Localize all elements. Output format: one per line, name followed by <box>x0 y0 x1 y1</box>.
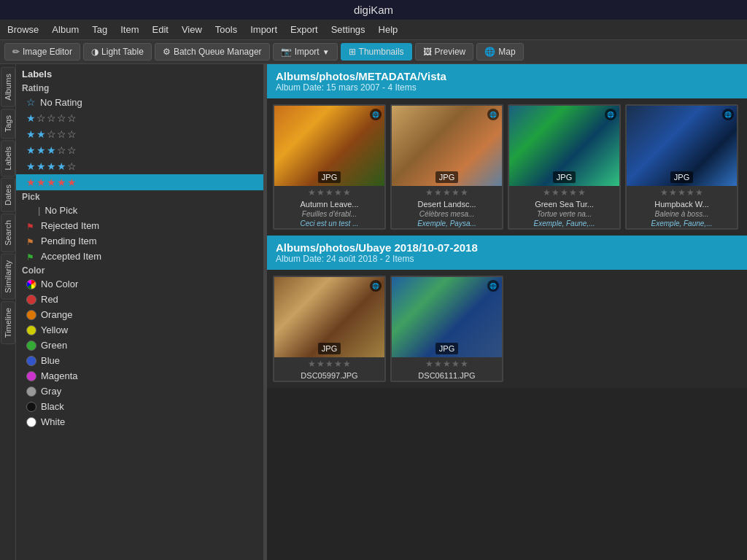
vtab-search[interactable]: Search <box>1 214 15 252</box>
import-button[interactable]: 📷 Import ▼ <box>273 43 338 61</box>
pick-item-no-pick[interactable]: | No Pick <box>16 203 263 218</box>
light-table-button[interactable]: ◑ Light Table <box>83 43 152 61</box>
thumb-image-whale: 🌐JPG <box>627 106 737 186</box>
star-icon-5: ☆ <box>67 128 77 140</box>
map-button[interactable]: 🌐 Map <box>476 43 523 61</box>
thumb-star-2: ★ <box>434 187 442 198</box>
thumb-comment-turtle: Exemple, Faune,... <box>509 219 619 228</box>
star-icon-5: ☆ <box>67 160 77 172</box>
flag-red-icon: ⚑ <box>26 222 36 230</box>
thumb-badge-autumn: 🌐 <box>370 109 382 120</box>
thumb-star-1: ★ <box>543 187 551 198</box>
album-title-ubaye: Albums/photos/Ubaye 2018/10-07-2018 <box>276 241 738 254</box>
thumb-item-whale[interactable]: 🌐JPG★★★★★Humpback W...Baleine à boss...E… <box>625 104 738 230</box>
map-icon: 🌐 <box>484 47 495 57</box>
star-icon-5: ☆ <box>67 144 77 156</box>
thumb-image-autumn: 🌐JPG <box>274 106 384 186</box>
thumb-star-4: ★ <box>452 187 460 198</box>
thumb-title-turtle: Green Sea Tur... <box>509 199 619 209</box>
thumb-item-turtle[interactable]: 🌐JPG★★★★★Green Sea Tur...Tortue verte na… <box>508 104 621 230</box>
thumb-stars-turtle: ★★★★★ <box>509 186 619 199</box>
vtab-timeline[interactable]: Timeline <box>1 301 15 344</box>
menu-item-album[interactable]: Album <box>52 24 79 35</box>
menu-item-settings[interactable]: Settings <box>331 24 365 35</box>
star-icon-4: ☆ <box>57 112 66 124</box>
main-layout: AlbumsTagsLabelsDatesSearchSimilarityTim… <box>0 64 747 560</box>
batch-queue-button[interactable]: ⚙ Batch Queue Manager <box>155 43 270 61</box>
vtab-albums[interactable]: Albums <box>1 67 15 107</box>
thumb-star-2: ★ <box>551 187 560 198</box>
pick-label-accepted: Accepted Item <box>41 251 101 262</box>
album-title-vista: Albums/photos/METADATA/Vista <box>276 70 738 82</box>
thumb-star-5: ★ <box>343 187 351 198</box>
album-header-ubaye[interactable]: Albums/photos/Ubaye 2018/10-07-2018 Albu… <box>267 236 747 270</box>
vtab-tags[interactable]: Tags <box>1 109 15 139</box>
pick-item-rejected[interactable]: ⚑Rejected Item <box>16 218 263 233</box>
star-icon-1: ★ <box>26 144 36 156</box>
pick-item-accepted[interactable]: ⚑Accepted Item <box>16 249 263 264</box>
menu-item-item[interactable]: Item <box>120 24 139 35</box>
star-icon-3: ★ <box>47 160 56 172</box>
menu-item-tools[interactable]: Tools <box>215 24 237 35</box>
menu-item-help[interactable]: Help <box>379 24 398 35</box>
rating-item-rating-4[interactable]: ★★★★☆ <box>16 158 263 174</box>
image-editor-button[interactable]: ✏ Image Editor <box>4 43 80 61</box>
color-item-yellow[interactable]: Yellow <box>16 322 263 338</box>
thumb-image-lake: 🌐JPG <box>392 277 502 357</box>
color-item-magenta[interactable]: Magenta <box>16 368 263 384</box>
thumb-format-turtle: JPG <box>553 171 576 183</box>
thumb-stars-lake: ★★★★★ <box>392 357 502 370</box>
thumb-image-bear: 🌐JPG <box>274 277 384 357</box>
thumb-format-lake: JPG <box>436 343 458 354</box>
menu-item-tag[interactable]: Tag <box>92 24 107 35</box>
thumb-item-autumn[interactable]: 🌐JPG★★★★★Autumn Leave...Feuilles d'érabl… <box>273 104 386 230</box>
thumb-star-3: ★ <box>443 187 451 198</box>
color-item-white[interactable]: White <box>16 414 263 429</box>
color-swatch-gray <box>26 386 36 397</box>
thumbnails-button[interactable]: ⊞ Thumbnails <box>341 43 412 61</box>
preview-button[interactable]: 🖼 Preview <box>415 43 474 61</box>
menu-item-view[interactable]: View <box>182 24 202 35</box>
vtab-labels[interactable]: Labels <box>1 140 15 176</box>
color-item-black[interactable]: Black <box>16 399 263 414</box>
thumb-comment-autumn: Ceci est un test ... <box>274 219 384 228</box>
toolbar: ✏ Image Editor◑ Light Table⚙ Batch Queue… <box>0 40 747 64</box>
star-icon-1: ★ <box>26 176 36 188</box>
flag-green-icon: ⚑ <box>26 252 36 261</box>
thumb-badge-bear: 🌐 <box>370 280 382 292</box>
album-header-vista[interactable]: Albums/photos/METADATA/Vista Album Date:… <box>267 64 747 98</box>
title-bar: digiKam <box>0 0 747 20</box>
color-item-blue[interactable]: Blue <box>16 353 263 368</box>
thumb-star-2: ★ <box>434 359 442 369</box>
color-label-blue: Blue <box>41 355 60 366</box>
menu-item-import[interactable]: Import <box>250 24 277 35</box>
color-item-red[interactable]: Red <box>16 292 263 307</box>
rating-item-rating-1[interactable]: ★☆☆☆☆ <box>16 110 263 126</box>
vtab-similarity[interactable]: Similarity <box>1 254 15 300</box>
light-table-icon: ◑ <box>91 47 98 57</box>
stars-2: ★★☆☆☆ <box>26 128 77 140</box>
menu-item-browse[interactable]: Browse <box>7 24 39 35</box>
rating-item-rating-5[interactable]: ★★★★★ <box>16 174 263 190</box>
batch-queue-icon: ⚙ <box>163 47 171 57</box>
thumb-star-1: ★ <box>660 187 668 198</box>
menu-item-export[interactable]: Export <box>290 24 318 35</box>
star-icon-1: ★ <box>26 112 36 124</box>
vtab-dates[interactable]: Dates <box>1 178 15 212</box>
thumb-star-4: ★ <box>569 187 577 198</box>
color-item-no-color[interactable]: No Color <box>16 276 263 292</box>
thumb-item-lake[interactable]: 🌐JPG★★★★★DSC06111.JPG <box>390 276 503 382</box>
rating-item-rating-2[interactable]: ★★☆☆☆ <box>16 126 263 142</box>
thumb-item-bear[interactable]: 🌐JPG★★★★★DSC05997.JPG <box>273 276 386 382</box>
dropdown-arrow: ▼ <box>322 48 330 56</box>
color-item-gray[interactable]: Gray <box>16 384 263 399</box>
menu-item-edit[interactable]: Edit <box>152 24 168 35</box>
thumb-item-desert[interactable]: 🌐JPG★★★★★Desert Landsc...Célèbres mesa..… <box>390 104 503 230</box>
pick-item-pending[interactable]: ⚑Pending Item <box>16 233 263 249</box>
color-item-orange[interactable]: Orange <box>16 307 263 322</box>
color-item-green[interactable]: Green <box>16 338 263 353</box>
vertical-tabs: AlbumsTagsLabelsDatesSearchSimilarityTim… <box>0 64 16 560</box>
stars-3: ★★★☆☆ <box>26 144 77 156</box>
rating-item-rating-3[interactable]: ★★★☆☆ <box>16 142 263 158</box>
rating-item-no-rating[interactable]: ☆No Rating <box>16 94 263 110</box>
